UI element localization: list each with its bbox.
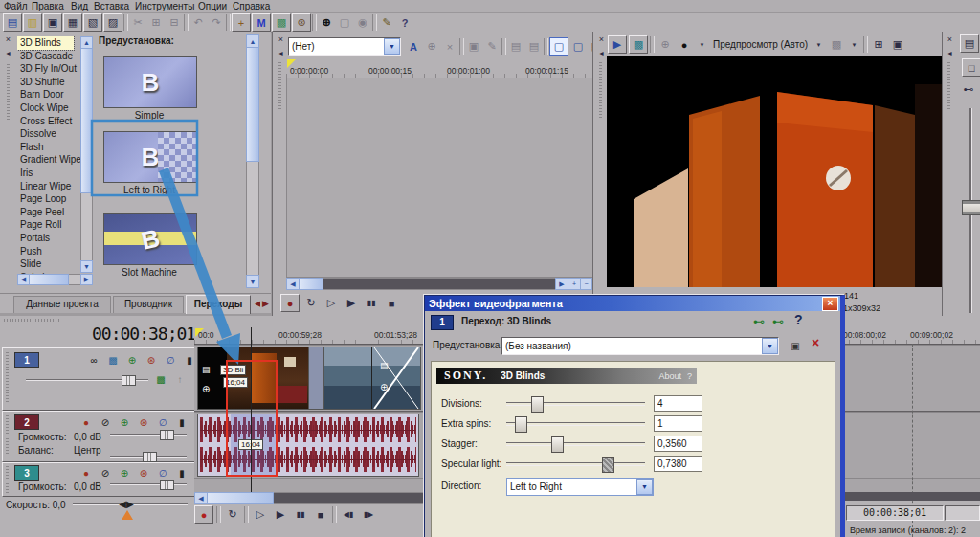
redo-button[interactable]: ↷ xyxy=(208,14,225,31)
video-clip-1[interactable]: ▤ ⊕ xyxy=(197,347,310,410)
video-display[interactable] xyxy=(607,56,942,287)
stop-icon[interactable]: ■ xyxy=(312,506,329,523)
arm-record-icon[interactable]: ● xyxy=(78,414,95,430)
volume-slider[interactable] xyxy=(110,430,187,438)
about-link[interactable]: About xyxy=(658,371,687,381)
delete-preset-icon[interactable]: × xyxy=(812,335,819,350)
play-from-start-icon[interactable]: ▷ xyxy=(323,295,340,311)
timeline-scrollbar-right[interactable] xyxy=(844,492,980,501)
dialog-title-bar[interactable]: Эффект видеофрагмента × xyxy=(425,296,840,311)
clip-fx-icon[interactable]: ▤ xyxy=(380,361,389,370)
track-number[interactable]: 3 xyxy=(14,465,39,481)
automation-settings-icon[interactable]: ⊛ xyxy=(135,465,152,481)
video-clip-2[interactable]: ▤ ⊕ xyxy=(323,347,421,410)
chevron-down-icon[interactable]: ▼ xyxy=(812,38,826,52)
save-preset-icon[interactable]: ▣ xyxy=(785,337,806,354)
param-slider-divisions[interactable] xyxy=(506,402,645,406)
go-to-start-icon[interactable]: ◀▮ xyxy=(340,506,357,523)
chevron-down-icon[interactable]: ▼ xyxy=(636,479,653,495)
about-help-icon[interactable]: ? xyxy=(687,371,697,381)
preset-thumb-slot-machine[interactable]: B xyxy=(103,213,197,265)
play-icon[interactable]: ▶ xyxy=(343,295,360,311)
zoom-in-icon[interactable]: + xyxy=(568,278,581,290)
compositing-mode-icon[interactable]: ▩ xyxy=(104,352,122,368)
master-fader-handle[interactable] xyxy=(962,200,980,215)
track-number[interactable]: 2 xyxy=(14,414,39,430)
cut-button[interactable]: ✂ xyxy=(129,14,146,31)
slider-handle[interactable] xyxy=(160,480,174,490)
mute-icon[interactable]: ∅ xyxy=(154,414,171,430)
param-value-extra-spins[interactable]: 1 xyxy=(654,415,702,432)
tab-transitions[interactable]: Переходы xyxy=(186,295,251,314)
scroll-up-icon[interactable]: ▲ xyxy=(246,34,259,48)
master-fx-icon[interactable]: ▤ xyxy=(960,34,979,53)
preview-quality-label[interactable]: Предпросмотр (Авто) xyxy=(711,39,810,50)
track-header-1[interactable]: 1 ∞ ▩ ⊕ ⊛ ∅ ▮ ▩ ↑ ↓ xyxy=(2,347,195,411)
slider-handle[interactable] xyxy=(602,457,614,473)
preset-thumb-simple[interactable]: B xyxy=(103,56,197,108)
automation-settings-icon[interactable]: ⊛ xyxy=(135,414,152,430)
param-value-divisions[interactable]: 4 xyxy=(654,395,702,412)
audio-name-icon[interactable]: A xyxy=(405,38,422,55)
play-from-start-icon[interactable]: ▷ xyxy=(252,506,269,523)
split-screen-icon[interactable]: ⊕ xyxy=(657,36,674,53)
slider-handle[interactable] xyxy=(531,396,544,413)
automation-settings-icon[interactable]: ⊛ xyxy=(143,352,160,368)
arm-record-icon[interactable]: ● xyxy=(78,465,95,481)
track-fx-icon[interactable]: ⊕ xyxy=(123,352,141,368)
properties-button[interactable]: ▨ xyxy=(103,13,122,32)
menu-tools[interactable]: Инструменты xyxy=(135,1,194,11)
clip-pan-crop-icon[interactable]: ⊕ xyxy=(380,382,388,392)
mute-icon[interactable]: ∅ xyxy=(154,465,171,481)
volume-slider[interactable] xyxy=(110,480,187,488)
param-value-stagger[interactable]: 0,3560 xyxy=(654,436,702,452)
tab-scroll-right-icon[interactable]: ▶ xyxy=(260,297,271,310)
cursor-position-box[interactable]: 00:00:38;01 xyxy=(846,505,944,521)
menu-insert[interactable]: Вставка xyxy=(94,1,129,11)
slider-handle[interactable] xyxy=(143,452,157,462)
panel-grip[interactable] xyxy=(278,62,281,110)
track-fx-icon[interactable]: ⊕ xyxy=(116,465,133,481)
frame-b-icon[interactable]: ▤ xyxy=(525,38,543,55)
scroll-thumb[interactable] xyxy=(80,48,93,193)
help-icon[interactable]: ? xyxy=(794,312,803,327)
magic-icon[interactable]: ⊕ xyxy=(423,38,440,55)
stop-icon[interactable]: ■ xyxy=(383,295,400,311)
preset-combo[interactable]: (Без названия) ▼ xyxy=(501,337,779,355)
param-slider-extra-spins[interactable] xyxy=(506,422,645,426)
trimmer-ruler[interactable]: 0:00:00:00 00:00:00:15 00:00:01:00 00:00… xyxy=(286,58,591,78)
menu-edit[interactable]: Правка xyxy=(32,1,64,11)
render-button[interactable]: ▧ xyxy=(83,13,102,32)
track-grip[interactable] xyxy=(6,466,9,493)
tab-explorer[interactable]: Проводник xyxy=(113,296,184,313)
master-mute-icon[interactable]: □ xyxy=(962,58,980,77)
panel-grip[interactable] xyxy=(599,62,602,120)
fx-chain-index-chip[interactable]: 1 xyxy=(431,315,454,330)
make-compositing-child-icon[interactable]: ▩ xyxy=(152,371,169,387)
package-button[interactable]: ▩ xyxy=(272,13,291,32)
envelope-tool-button[interactable]: ▢ xyxy=(336,14,353,31)
tab-project-media[interactable]: Данные проекта xyxy=(13,296,111,313)
track-grip[interactable] xyxy=(6,352,9,404)
save-marker-icon[interactable]: ▣ xyxy=(465,38,482,55)
loop-playback-icon[interactable]: ↻ xyxy=(224,506,241,523)
chevron-down-icon[interactable]: ▼ xyxy=(762,338,778,354)
menu-options[interactable]: Опции xyxy=(198,1,227,11)
paste-button[interactable]: ⊟ xyxy=(166,14,183,31)
close-panel-icon[interactable]: × xyxy=(594,33,609,46)
preview-quality-icon[interactable]: ● xyxy=(676,36,693,53)
save-button[interactable]: ▣ xyxy=(43,13,62,32)
pin-panel-icon[interactable]: ◄ xyxy=(1,46,15,59)
chevron-down-icon[interactable]: ▼ xyxy=(695,38,709,52)
param-slider-specular-light[interactable] xyxy=(506,462,645,466)
invert-phase-icon[interactable]: ⊘ xyxy=(97,414,114,430)
direction-combo[interactable]: Left to Right ▼ xyxy=(506,478,654,496)
chevron-down-icon[interactable]: ▼ xyxy=(847,38,861,52)
clip-fx-icon[interactable]: ▤ xyxy=(202,365,211,374)
solo-icon[interactable]: ▮ xyxy=(173,465,190,481)
close-panel-icon[interactable]: × xyxy=(943,33,957,46)
move-up-icon[interactable]: ↑ xyxy=(171,371,189,387)
slider-handle[interactable] xyxy=(160,430,174,440)
trimmer-scrollbar[interactable]: ◀ ▶ + − xyxy=(286,278,591,290)
edit-chain-icon[interactable]: ⊷ xyxy=(769,314,787,329)
